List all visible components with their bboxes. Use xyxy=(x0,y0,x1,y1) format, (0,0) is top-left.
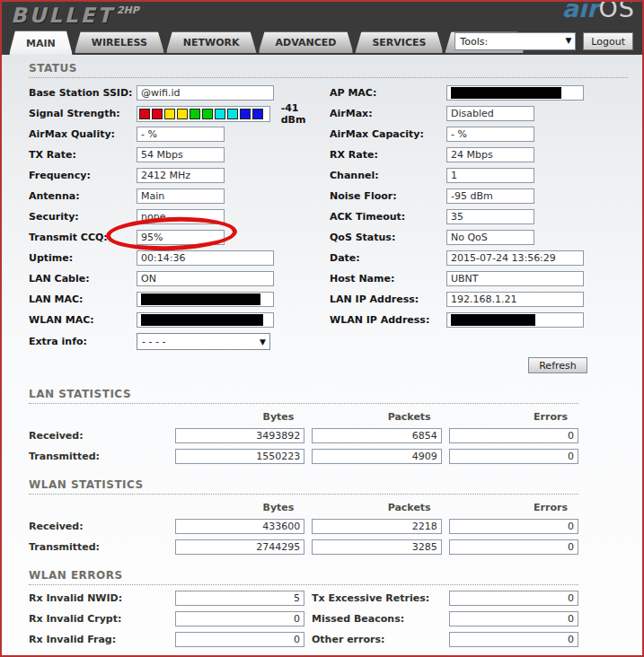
wlan-received-packets: 2218 xyxy=(312,519,441,534)
ap-mac-value xyxy=(446,85,584,101)
row-host-name: Host Name: UBNT xyxy=(330,268,626,289)
wlan-received-bytes: 433600 xyxy=(175,519,304,534)
wlan-ip-value xyxy=(446,312,584,328)
field-label: WLAN MAC: xyxy=(29,314,137,326)
tab-main[interactable]: MAIN xyxy=(9,31,73,55)
signal-bar-segment xyxy=(152,109,163,119)
row-lan-mac: LAN MAC: xyxy=(29,289,327,310)
row-label-received: Received: xyxy=(29,430,168,442)
tab-services[interactable]: SERVICES xyxy=(355,31,443,53)
chevron-down-icon: ▼ xyxy=(260,337,266,346)
lan-mac-value xyxy=(137,292,274,307)
field-label: AirMax: xyxy=(330,108,446,119)
noise-floor-value: -95 dBm xyxy=(446,188,534,204)
row-signal-strength: Signal Strength: -41 dBm xyxy=(29,103,327,124)
airos-logo-os: OS xyxy=(599,2,635,22)
logout-button[interactable]: Logout xyxy=(583,32,633,50)
airmax-quality-value: - % xyxy=(137,127,225,142)
channel-value: 1 xyxy=(446,168,534,183)
lan-ip-value: 192.168.1.21 xyxy=(446,292,584,307)
chevron-down-icon: ▼ xyxy=(565,36,571,45)
transmit-ccq-value: 95% xyxy=(137,230,225,245)
lan-transmitted-bytes: 1550223 xyxy=(175,449,304,464)
row-label-received: Received: xyxy=(29,521,168,532)
wlan-statistics-title: WLAN STATISTICS xyxy=(29,478,578,495)
field-label: Transmit CCQ: xyxy=(29,232,137,243)
row-antenna: Antenna: Main xyxy=(29,186,327,206)
tab-wireless[interactable]: WIRELESS xyxy=(75,31,164,53)
row-wlan-ip: WLAN IP Address: xyxy=(330,310,626,330)
label-rx-invalid-crypt: Rx Invalid Crypt: xyxy=(29,613,168,625)
refresh-button[interactable]: Refresh xyxy=(528,357,587,373)
date-value: 2015-07-24 13:56:29 xyxy=(446,250,584,266)
row-qos-status: QoS Status: No QoS xyxy=(330,227,626,248)
field-label: ACK Timeout: xyxy=(330,211,446,223)
extra-info-select-value: - - - - xyxy=(142,336,165,347)
redaction-bar xyxy=(141,314,263,326)
row-lan-cable: LAN Cable: ON xyxy=(29,268,327,289)
col-header-packets: Packets xyxy=(312,502,441,513)
wlan-errors-title: WLAN ERRORS xyxy=(29,569,578,585)
extra-info-select[interactable]: - - - - ▼ xyxy=(137,333,270,350)
field-label: LAN MAC: xyxy=(29,293,137,305)
tx-rate-value: 54 Mbps xyxy=(137,147,225,162)
row-ap-mac: AP MAC: xyxy=(330,83,626,103)
col-header-bytes: Bytes xyxy=(175,411,304,423)
row-noise-floor: Noise Floor: -95 dBm xyxy=(330,186,626,206)
field-label: Uptime: xyxy=(29,252,137,264)
other-errors-value: 0 xyxy=(449,632,578,647)
field-label: AirMax Capacity: xyxy=(330,128,446,140)
status-section-title: STATUS xyxy=(29,62,628,78)
field-label: Security: xyxy=(29,211,137,223)
lan-received-packets: 6854 xyxy=(312,428,441,443)
rx-invalid-nwid-value: 5 xyxy=(175,591,304,606)
antenna-value: Main xyxy=(137,188,225,204)
rx-invalid-crypt-value: 0 xyxy=(175,611,304,626)
tools-select-value: Tools: xyxy=(460,36,488,48)
wlan-received-errors: 0 xyxy=(449,519,578,534)
signal-bar-segment xyxy=(240,109,251,119)
field-label: TX Rate: xyxy=(29,149,137,161)
row-label-transmitted: Transmitted: xyxy=(29,541,168,553)
signal-bar-segment xyxy=(215,109,225,119)
field-label: Host Name: xyxy=(330,273,446,285)
lan-transmitted-packets: 4909 xyxy=(312,449,441,464)
row-frequency: Frequency: 2412 MHz xyxy=(29,165,327,186)
tools-select[interactable]: Tools: ▼ xyxy=(454,32,576,50)
wlan-transmitted-bytes: 2744295 xyxy=(175,539,304,555)
label-tx-excessive-retries: Tx Excessive Retries: xyxy=(312,592,442,604)
wlan-transmitted-packets: 3285 xyxy=(312,539,441,555)
frequency-value: 2412 MHz xyxy=(137,168,225,183)
col-header-errors: Errors xyxy=(449,411,578,423)
field-label: QoS Status: xyxy=(330,232,446,243)
field-label: Noise Floor: xyxy=(330,190,446,202)
signal-bar-segment xyxy=(177,109,188,119)
lan-cable-value: ON xyxy=(137,271,274,286)
signal-bar-segment xyxy=(252,109,263,119)
wlan-transmitted-errors: 0 xyxy=(449,539,578,555)
signal-strength-dbm: -41 dBm xyxy=(281,102,327,126)
field-label: Base Station SSID: xyxy=(29,87,137,99)
tab-advanced[interactable]: ADVANCED xyxy=(259,31,354,53)
airos-logo: airOS xyxy=(562,2,635,22)
row-transmit-ccq: Transmit CCQ: 95% xyxy=(29,227,327,248)
lan-statistics-section: LAN STATISTICS Bytes Packets Errors Rece… xyxy=(29,388,578,464)
field-label: RX Rate: xyxy=(330,149,446,161)
airmax-capacity-value: - % xyxy=(446,127,534,142)
row-rx-rate: RX Rate: 24 Mbps xyxy=(330,145,626,165)
main-nav-tabbar: MAIN WIRELESS NETWORK ADVANCED SERVICES … xyxy=(2,29,642,55)
page-content: STATUS Base Station SSID: @wifi.id Signa… xyxy=(2,55,642,655)
signal-bar-segment xyxy=(227,109,238,119)
app-header: BULLET2HP airOS xyxy=(2,2,642,29)
col-header-packets: Packets xyxy=(312,411,441,423)
tab-network[interactable]: NETWORK xyxy=(166,31,257,53)
label-missed-beacons: Missed Beacons: xyxy=(312,613,442,625)
field-label: AirMax Quality: xyxy=(29,128,137,140)
row-airmax-capacity: AirMax Capacity: - % xyxy=(330,124,626,145)
signal-bar-segment xyxy=(190,109,200,119)
field-label: Extra info: xyxy=(29,336,137,347)
field-label: Channel: xyxy=(330,170,446,181)
bullet-model-label: 2HP xyxy=(117,4,139,16)
signal-strength-bar xyxy=(137,106,270,122)
wlan-mac-value xyxy=(137,312,274,328)
